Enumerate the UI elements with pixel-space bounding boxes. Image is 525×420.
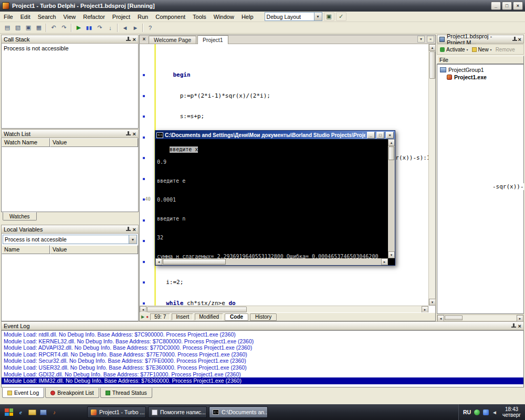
pin-icon[interactable] (125, 36, 131, 42)
menu-tools[interactable]: Tools (189, 13, 210, 21)
navigate-back-icon[interactable]: ◄ (120, 23, 130, 33)
close-icon[interactable]: × (133, 37, 136, 42)
macro-play-icon[interactable]: ▶ (141, 314, 144, 319)
save-layout-button[interactable]: ▣ (324, 12, 334, 21)
menu-help[interactable]: Help (238, 13, 257, 21)
event-log-entry[interactable]: Module Load: ntdll.dll. No Debug Info. B… (2, 331, 523, 338)
tab-history[interactable]: History (250, 313, 277, 321)
process-combo-arrow-icon[interactable]: ▼ (129, 235, 136, 244)
tree-item-projectgroup[interactable]: ProjectGroup1 (438, 66, 522, 74)
network-tray-icon[interactable] (483, 410, 489, 415)
maximize-button[interactable]: □ (502, 2, 512, 10)
event-log-entry[interactable]: Module Load: USER32.dll. No Debug Info. … (2, 364, 523, 371)
close-page-icon[interactable]: × (141, 36, 148, 43)
layout-combo-arrow-icon[interactable]: ▼ (314, 13, 322, 20)
scroll-up-icon[interactable]: ▲ (388, 139, 395, 146)
code-line[interactable]: while ch*stx/zn>e do (140, 300, 428, 306)
pin-icon[interactable] (511, 323, 516, 329)
console-vertical-scrollbar[interactable]: ▲ ▼ (388, 139, 395, 258)
navigate-forward-icon[interactable]: ► (130, 23, 141, 33)
menu-search[interactable]: Search (34, 13, 60, 21)
antivirus-tray-icon[interactable] (474, 410, 480, 415)
event-log-entry[interactable]: Module Load: ADVAPI32.dll. No Debug Info… (2, 344, 523, 351)
console-titlebar[interactable]: C:\ C:\Documents and Settings\Деня\Мои д… (155, 131, 395, 139)
help-icon[interactable]: ? (145, 23, 155, 33)
undo-icon[interactable]: ↶ (48, 23, 59, 33)
event-log-entry[interactable]: Module Load: GDI32.dll. No Debug Info. B… (2, 371, 523, 378)
project-manager-scrollbar[interactable]: ◄ ► (437, 314, 524, 321)
watch-name-column-header[interactable]: Watch Name (2, 138, 50, 147)
close-button[interactable]: × (513, 2, 523, 10)
task-browser-page[interactable]: Помогите напис... (148, 406, 207, 418)
console-window[interactable]: C:\ C:\Documents and Settings\Деня\Мои д… (155, 130, 395, 266)
menu-component[interactable]: Component (152, 13, 189, 21)
code-line[interactable]: p:=p*(2*i-1)*sqr(x)/(2*i); (140, 92, 428, 100)
new-dropdown-icon[interactable]: ▾ (490, 48, 492, 51)
console-close-button[interactable]: × (386, 132, 394, 139)
console-maximize-button[interactable]: □ (376, 132, 384, 139)
watch-value-column-header[interactable]: Value (50, 138, 138, 147)
tab-event-log[interactable]: Event Log (2, 388, 44, 398)
scroll-down-icon[interactable]: ▼ (388, 251, 395, 258)
scroll-right-icon[interactable]: ► (381, 258, 388, 265)
show-desktop-icon[interactable] (40, 410, 47, 415)
tab-list-dropdown-icon[interactable]: ▾ (417, 36, 425, 43)
menu-project[interactable]: Project (109, 13, 134, 21)
pin-icon[interactable] (125, 226, 131, 232)
event-log-entry[interactable]: Module Load: KERNEL32.dll. No Debug Info… (2, 338, 523, 345)
tab-close-icon[interactable]: × (427, 36, 434, 43)
close-icon[interactable]: × (518, 37, 521, 42)
code-line[interactable]: s:=s+p; (140, 113, 428, 120)
menu-refactor[interactable]: Refactor (79, 13, 109, 21)
redo-icon[interactable]: ↷ (59, 23, 69, 33)
desktop-layout-combo[interactable]: Debug Layout ▼ (265, 12, 322, 21)
remove-button[interactable]: Remove (494, 46, 517, 53)
name-column-header[interactable]: Name (2, 245, 50, 254)
editor-vertical-scrollbar[interactable]: ▲ ▼ (428, 44, 435, 306)
process-combo[interactable]: Process is not accessible ▼ (3, 235, 137, 244)
internet-explorer-icon[interactable]: e (17, 408, 25, 416)
activate-dropdown-icon[interactable]: ▾ (467, 48, 468, 51)
open-file-icon[interactable]: ▧ (13, 23, 23, 33)
macro-record-icon[interactable]: ● (146, 314, 149, 319)
set-debug-layout-button[interactable]: ✓ (336, 12, 346, 21)
console-horizontal-scrollbar[interactable]: ◄ ► (155, 258, 388, 265)
task-turbo-delphi[interactable]: Project1 - Turbo ... (87, 406, 146, 418)
tab-code[interactable]: Code (225, 313, 248, 321)
task-console[interactable]: C:\ C:\Documents an... (209, 406, 268, 418)
scrollbar-thumb[interactable] (163, 259, 226, 265)
event-log-entry[interactable]: Module Load: Secur32.dll. No Debug Info.… (2, 358, 523, 364)
code-line[interactable]: begin (140, 71, 428, 79)
scrollbar-thumb[interactable] (147, 307, 247, 312)
menu-window[interactable]: Window (210, 13, 238, 21)
save-icon[interactable]: ▣ (23, 23, 34, 33)
minimize-button[interactable]: _ (491, 2, 501, 10)
tab-welcome-page[interactable]: Welcome Page (149, 36, 196, 44)
scroll-down-icon[interactable]: ▼ (429, 299, 436, 306)
step-over-icon[interactable]: ↷ (94, 23, 105, 33)
tab-breakpoint-list[interactable]: Breakpoint List (45, 388, 99, 398)
language-indicator[interactable]: RU (463, 409, 471, 415)
menu-file[interactable]: File (0, 13, 17, 21)
run-icon[interactable]: ▶ (74, 23, 84, 33)
scrollbar-thumb[interactable] (388, 146, 394, 160)
scroll-up-icon[interactable]: ▲ (429, 44, 436, 51)
editor-horizontal-scrollbar[interactable]: ◄ ► (140, 306, 428, 312)
start-button[interactable] (5, 408, 13, 416)
media-player-icon[interactable]: ♪ (50, 408, 58, 416)
scroll-left-icon[interactable]: ◄ (155, 258, 162, 265)
event-log-entry[interactable]: Module Load: RPCRT4.dll. No Debug Info. … (2, 351, 523, 358)
new-button[interactable]: New ▾ (470, 46, 494, 53)
pause-icon[interactable]: ▮▮ (84, 23, 94, 33)
tab-watches[interactable]: Watches (3, 212, 37, 220)
menu-view[interactable]: View (60, 13, 80, 21)
volume-tray-icon[interactable]: ◄ (492, 410, 497, 415)
scrollbar-thumb[interactable] (445, 316, 463, 320)
trace-into-icon[interactable]: ↓ (105, 23, 116, 33)
menu-run[interactable]: Run (134, 13, 152, 21)
close-icon[interactable]: × (133, 227, 136, 232)
close-icon[interactable]: × (133, 131, 136, 136)
new-file-icon[interactable]: ▤ (2, 23, 13, 33)
tab-thread-status[interactable]: Thread Status (100, 388, 152, 398)
value-column-header[interactable]: Value (50, 245, 138, 254)
